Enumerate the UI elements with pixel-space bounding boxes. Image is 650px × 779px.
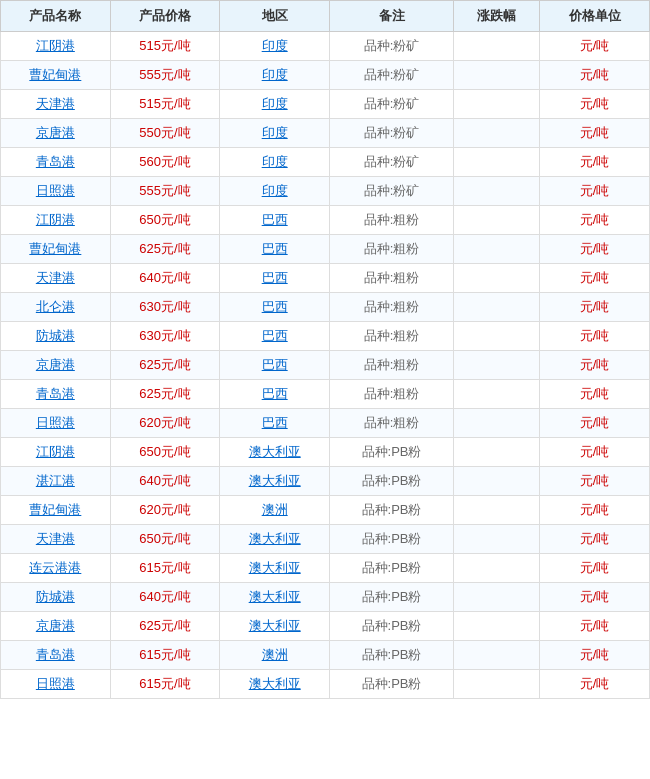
table-cell: 630元/吨 [110,293,220,322]
table-cell: 品种:粉矿 [330,61,454,90]
table-cell[interactable]: 北仑港 [1,293,111,322]
table-cell[interactable]: 澳洲 [220,641,330,670]
table-cell: 品种:粗粉 [330,409,454,438]
table-cell: 品种:粗粉 [330,380,454,409]
table-cell[interactable]: 印度 [220,119,330,148]
table-cell[interactable]: 天津港 [1,525,111,554]
table-cell: 品种:PB粉 [330,612,454,641]
table-cell[interactable]: 巴西 [220,380,330,409]
table-cell[interactable]: 巴西 [220,206,330,235]
table-cell[interactable]: 印度 [220,32,330,61]
table-cell: 元/吨 [540,90,650,119]
table-cell: 615元/吨 [110,641,220,670]
table-cell[interactable]: 澳大利亚 [220,525,330,554]
table-cell[interactable]: 日照港 [1,670,111,699]
table-cell[interactable]: 巴西 [220,293,330,322]
table-cell[interactable]: 日照港 [1,409,111,438]
table-cell [454,438,540,467]
table-cell: 515元/吨 [110,90,220,119]
table-cell[interactable]: 京唐港 [1,612,111,641]
table-cell: 品种:PB粉 [330,670,454,699]
table-cell[interactable]: 印度 [220,61,330,90]
table-cell[interactable]: 巴西 [220,409,330,438]
table-header: 产品名称产品价格地区备注涨跌幅价格单位 [1,1,650,32]
table-row: 防城港630元/吨巴西品种:粗粉元/吨 [1,322,650,351]
table-row: 青岛港625元/吨巴西品种:粗粉元/吨 [1,380,650,409]
table-cell: 640元/吨 [110,583,220,612]
table-cell: 品种:PB粉 [330,525,454,554]
table-cell[interactable]: 巴西 [220,322,330,351]
table-cell[interactable]: 澳大利亚 [220,467,330,496]
table-row: 天津港515元/吨印度品种:粉矿元/吨 [1,90,650,119]
table-row: 京唐港550元/吨印度品种:粉矿元/吨 [1,119,650,148]
table-cell: 品种:PB粉 [330,583,454,612]
table-cell[interactable]: 曹妃甸港 [1,235,111,264]
table-cell[interactable]: 青岛港 [1,641,111,670]
table-row: 天津港650元/吨澳大利亚品种:PB粉元/吨 [1,525,650,554]
table-cell: 元/吨 [540,32,650,61]
table-cell: 元/吨 [540,554,650,583]
column-header: 涨跌幅 [454,1,540,32]
table-cell: 品种:PB粉 [330,496,454,525]
table-cell[interactable]: 青岛港 [1,380,111,409]
table-cell[interactable]: 曹妃甸港 [1,61,111,90]
table-cell: 630元/吨 [110,322,220,351]
table-cell [454,90,540,119]
table-cell[interactable]: 巴西 [220,235,330,264]
table-cell [454,119,540,148]
table-cell [454,322,540,351]
table-cell[interactable]: 青岛港 [1,148,111,177]
table-cell[interactable]: 天津港 [1,264,111,293]
column-header: 地区 [220,1,330,32]
table-cell: 555元/吨 [110,177,220,206]
table-row: 江阴港515元/吨印度品种:粉矿元/吨 [1,32,650,61]
table-cell: 650元/吨 [110,438,220,467]
table-cell[interactable]: 湛江港 [1,467,111,496]
table-cell[interactable]: 防城港 [1,322,111,351]
column-header: 备注 [330,1,454,32]
table-cell: 品种:粉矿 [330,177,454,206]
table-row: 青岛港615元/吨澳洲品种:PB粉元/吨 [1,641,650,670]
table-cell[interactable]: 澳大利亚 [220,583,330,612]
table-cell[interactable]: 澳大利亚 [220,554,330,583]
table-cell[interactable]: 日照港 [1,177,111,206]
table-cell[interactable]: 巴西 [220,351,330,380]
table-cell: 元/吨 [540,641,650,670]
table-cell[interactable]: 澳大利亚 [220,670,330,699]
table-cell[interactable]: 印度 [220,148,330,177]
table-cell: 元/吨 [540,438,650,467]
table-cell: 625元/吨 [110,380,220,409]
table-cell[interactable]: 天津港 [1,90,111,119]
table-cell[interactable]: 巴西 [220,264,330,293]
table-cell [454,177,540,206]
table-cell[interactable]: 京唐港 [1,119,111,148]
table-cell[interactable]: 江阴港 [1,438,111,467]
table-cell[interactable]: 澳洲 [220,496,330,525]
table-cell [454,293,540,322]
table-cell[interactable]: 京唐港 [1,351,111,380]
table-cell: 625元/吨 [110,351,220,380]
table-cell[interactable]: 江阴港 [1,206,111,235]
table-cell[interactable]: 曹妃甸港 [1,496,111,525]
table-cell[interactable]: 江阴港 [1,32,111,61]
table-cell[interactable]: 澳大利亚 [220,438,330,467]
table-cell [454,670,540,699]
table-cell[interactable]: 印度 [220,177,330,206]
table-body: 江阴港515元/吨印度品种:粉矿元/吨曹妃甸港555元/吨印度品种:粉矿元/吨天… [1,32,650,699]
table-cell [454,148,540,177]
table-cell: 640元/吨 [110,467,220,496]
table-cell[interactable]: 连云港港 [1,554,111,583]
table-cell[interactable]: 印度 [220,90,330,119]
table-cell: 品种:粉矿 [330,148,454,177]
table-cell[interactable]: 澳大利亚 [220,612,330,641]
table-row: 天津港640元/吨巴西品种:粗粉元/吨 [1,264,650,293]
table-cell[interactable]: 防城港 [1,583,111,612]
table-row: 京唐港625元/吨巴西品种:粗粉元/吨 [1,351,650,380]
table-row: 日照港615元/吨澳大利亚品种:PB粉元/吨 [1,670,650,699]
table-row: 日照港555元/吨印度品种:粉矿元/吨 [1,177,650,206]
table-cell: 550元/吨 [110,119,220,148]
table-cell: 620元/吨 [110,496,220,525]
table-cell [454,612,540,641]
table-cell: 560元/吨 [110,148,220,177]
table-cell: 615元/吨 [110,554,220,583]
